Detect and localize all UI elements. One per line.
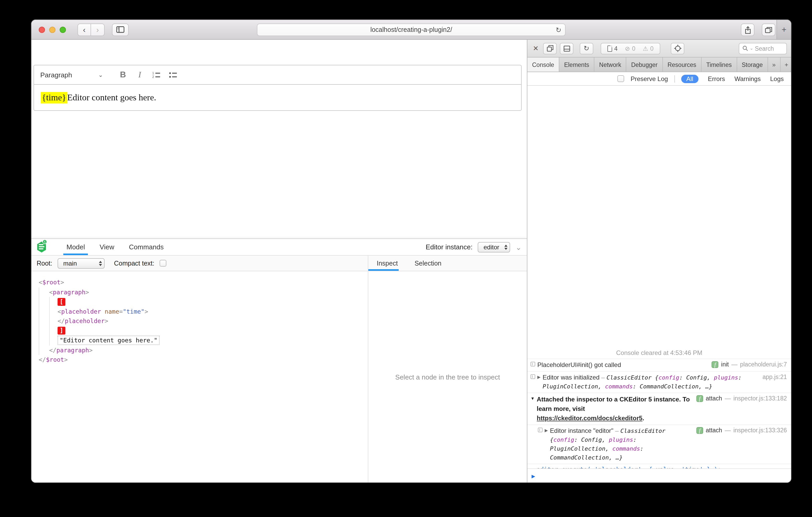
dock-button[interactable] — [560, 42, 573, 54]
devtools-tab-elements[interactable]: Elements — [559, 58, 594, 71]
tab-selection[interactable]: Selection — [406, 255, 450, 271]
console-input-echo[interactable]: ▶editor.execute( 'placeholder', { value:… — [527, 464, 791, 468]
console-message[interactable]: ▶Editor was initialized – ClassicEditor … — [527, 371, 791, 393]
message-segment: plugins — [714, 374, 738, 381]
tab-overview-button[interactable] — [762, 24, 775, 36]
source-location[interactable]: app.js:21 — [762, 374, 787, 380]
sidebar-button[interactable] — [112, 23, 129, 36]
zoom-window-button[interactable] — [60, 26, 66, 33]
console-message[interactable]: ▼Attached the inspector to a CKEditor 5 … — [527, 393, 791, 424]
inspector-subheader: Root: main Compact text: InspectSelectio… — [31, 255, 527, 271]
bulleted-list-button[interactable] — [165, 71, 181, 79]
document-icon — [607, 45, 612, 52]
italic-button[interactable]: I — [131, 70, 148, 80]
heading-dropdown[interactable]: Paragraph ⌄ — [40, 71, 103, 79]
numbered-list-icon: 12 — [152, 71, 161, 79]
tab-model[interactable]: Model — [59, 239, 92, 255]
tree-token: > — [60, 279, 64, 286]
inspect-detail-pane: Select a node in the tree to inspect — [368, 271, 527, 483]
tree-node[interactable]: <placeholder name="time"> — [39, 307, 368, 316]
disclosure-closed-icon[interactable]: ▶ — [537, 374, 541, 379]
close-window-button[interactable] — [39, 26, 45, 33]
tree-node[interactable]: <$root> — [39, 278, 368, 287]
devtools-tab-network[interactable]: Network — [594, 58, 626, 71]
new-tab-button[interactable]: + — [776, 20, 791, 39]
close-devtools-button[interactable]: ✕ — [531, 42, 540, 54]
disclosure-open-icon[interactable]: ▼ — [530, 396, 535, 401]
preserve-log-label: Preserve Log — [631, 75, 668, 82]
collapse-inspector-icon[interactable]: ⌄ — [516, 243, 522, 251]
preserve-log-checkbox[interactable] — [618, 75, 625, 82]
tree-token: < — [58, 308, 61, 315]
devtools-tab-timelines[interactable]: Timelines — [702, 58, 737, 71]
minimize-window-button[interactable] — [49, 26, 55, 33]
share-button[interactable] — [741, 24, 754, 36]
tree-node[interactable]: </placeholder> — [39, 316, 368, 326]
console-log[interactable]: Console cleared at 4:53:46 PM Placeholde… — [527, 86, 791, 468]
editor-instance-label: Editor instance: — [426, 243, 472, 251]
source-location[interactable]: inspector.js:133:182 — [733, 395, 787, 401]
filter-scope-warnings[interactable]: Warnings — [734, 75, 761, 82]
placeholder-widget[interactable]: {time} — [41, 92, 67, 103]
browser-titlebar: ‹ › localhost/creating-a-plugin2/ ↻ + — [31, 20, 791, 40]
add-tab-button[interactable]: + — [780, 58, 791, 71]
message-segment: Editor instance "editor" — [550, 427, 613, 434]
address-bar[interactable]: localhost/creating-a-plugin2/ ↻ — [257, 24, 566, 36]
compact-text-checkbox[interactable] — [160, 260, 166, 267]
source-location[interactable]: placeholderui.js:7 — [740, 361, 787, 367]
devtools-tab-resources[interactable]: Resources — [663, 58, 702, 71]
detail-tabs: InspectSelection — [368, 255, 527, 271]
numbered-list-button[interactable]: 12 — [148, 71, 165, 79]
page-content: Paragraph ⌄ B I 12 {time} Editor content… — [31, 40, 527, 483]
source-location[interactable]: inspector.js:133:326 — [733, 427, 787, 433]
detach-button[interactable] — [543, 42, 557, 54]
indent-guide — [49, 307, 58, 316]
forward-button[interactable]: › — [91, 23, 105, 36]
filter-scope-all[interactable]: All — [681, 74, 698, 83]
editor-content[interactable]: {time} Editor content goes here. — [34, 85, 521, 110]
tree-node[interactable]: <paragraph> — [39, 287, 368, 297]
tree-token: "time" — [123, 308, 144, 315]
message-segment: – — [600, 374, 607, 381]
tree-node[interactable]: ] — [39, 326, 368, 336]
tab-commands[interactable]: Commands — [122, 239, 171, 255]
tab-view[interactable]: View — [92, 239, 122, 255]
resource-summary[interactable]: 4 ⊘0 ⚠0 — [601, 42, 660, 54]
message-segment: config — [554, 436, 575, 443]
devtools-search[interactable]: ⌄ Search — [739, 42, 787, 54]
message-segment: commands — [612, 446, 640, 452]
empty-state-text: Select a node in the tree to inspect — [395, 373, 500, 381]
reload-page-button[interactable]: ↻ — [580, 42, 593, 54]
devtools-tab-console[interactable]: Console — [527, 58, 559, 71]
tree-node[interactable]: </$root> — [39, 355, 368, 365]
console-input[interactable]: ▶ — [527, 468, 791, 483]
indent-guide — [39, 336, 49, 345]
filter-scope-errors[interactable]: Errors — [708, 75, 725, 82]
editor-instance-select[interactable]: editor — [478, 242, 510, 252]
bulleted-list-icon — [169, 71, 177, 79]
model-tree[interactable]: <$root><paragraph>[<placeholder name="ti… — [31, 271, 368, 483]
root-select[interactable]: main — [58, 258, 105, 268]
console-message[interactable]: PlaceholderUI#init() got calledfinit—pla… — [527, 359, 791, 371]
page-resource-count: 4 — [607, 45, 618, 52]
disclosure-closed-icon[interactable]: ▶ — [545, 428, 548, 433]
devtools-tab-debugger[interactable]: Debugger — [627, 58, 663, 71]
message-segment: – — [613, 427, 620, 434]
tree-node[interactable]: [ — [39, 297, 368, 307]
log-source-icon — [530, 362, 535, 366]
indent-guide — [49, 316, 58, 326]
editor-toolbar: Paragraph ⌄ B I 12 — [34, 65, 521, 85]
reload-icon[interactable]: ↻ — [556, 26, 561, 34]
indent-guide — [49, 297, 58, 307]
more-tabs-button[interactable]: » — [768, 58, 780, 71]
tab-inspect[interactable]: Inspect — [368, 255, 406, 271]
bold-button[interactable]: B — [115, 70, 131, 80]
console-link[interactable]: https://ckeditor.com/docs/ckeditor5 — [537, 415, 642, 422]
tree-node[interactable]: "Editor content goes here." — [39, 336, 368, 345]
console-message[interactable]: ▶Editor instance "editor" – ClassicEdito… — [527, 424, 791, 464]
devtools-tab-storage[interactable]: Storage — [737, 58, 768, 71]
element-picker-button[interactable] — [671, 42, 684, 54]
filter-scope-logs[interactable]: Logs — [770, 75, 784, 82]
tree-node[interactable]: </paragraph> — [39, 345, 368, 355]
back-button[interactable]: ‹ — [78, 23, 91, 36]
